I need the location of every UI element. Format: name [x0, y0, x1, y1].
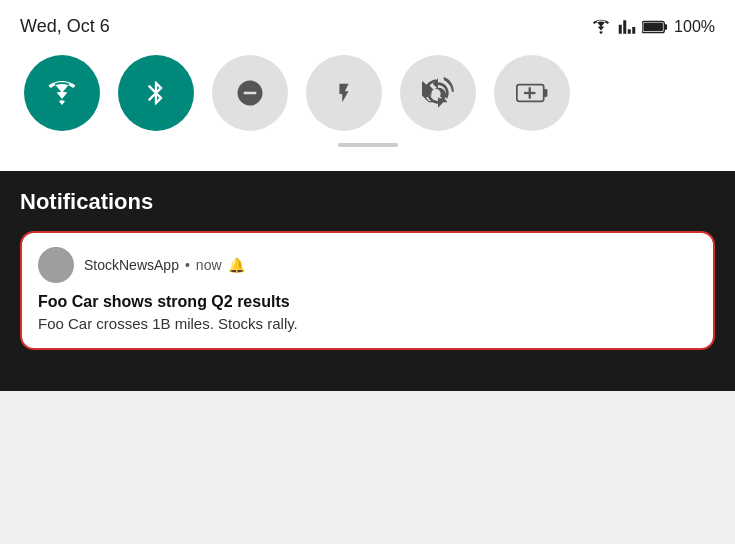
- notifications-title: Notifications: [20, 189, 715, 215]
- autorotate-toggle-icon: [422, 77, 454, 109]
- signal-icon: [618, 18, 636, 36]
- battery-saver-toggle-button[interactable]: [494, 55, 570, 131]
- dnd-toggle-icon: [235, 78, 265, 108]
- battery-saver-toggle-icon: [516, 79, 548, 107]
- flashlight-toggle-button[interactable]: [306, 55, 382, 131]
- notification-title: Foo Car shows strong Q2 results: [38, 293, 697, 311]
- quick-toggles: [20, 55, 715, 131]
- bell-icon: 🔔: [228, 257, 245, 273]
- status-date: Wed, Oct 6: [20, 16, 110, 37]
- status-icons: 100%: [590, 18, 715, 36]
- top-panel: Wed, Oct 6 100%: [0, 0, 735, 171]
- notification-dot: •: [185, 257, 190, 273]
- wifi-toggle-icon: [44, 78, 80, 108]
- drag-handle: [20, 131, 715, 151]
- status-bar: Wed, Oct 6 100%: [20, 16, 715, 37]
- app-name: StockNewsApp: [84, 257, 179, 273]
- flashlight-toggle-icon: [333, 77, 355, 109]
- battery-icon: [642, 18, 668, 36]
- notification-card[interactable]: StockNewsApp • now 🔔 Foo Car shows stron…: [20, 231, 715, 350]
- dnd-toggle-button[interactable]: [212, 55, 288, 131]
- drag-handle-bar: [338, 143, 398, 147]
- notifications-section: Notifications StockNewsApp • now 🔔 Foo C…: [0, 171, 735, 391]
- notification-meta: StockNewsApp • now 🔔: [84, 257, 245, 273]
- notification-header: StockNewsApp • now 🔔: [38, 247, 697, 283]
- notification-body: Foo Car crosses 1B miles. Stocks rally.: [38, 315, 697, 332]
- notification-time: now: [196, 257, 222, 273]
- wifi-icon: [590, 18, 612, 36]
- svg-rect-1: [664, 24, 667, 30]
- app-icon: [38, 247, 74, 283]
- svg-rect-4: [544, 89, 547, 97]
- wifi-toggle-button[interactable]: [24, 55, 100, 131]
- battery-percentage: 100%: [674, 18, 715, 36]
- bluetooth-toggle-button[interactable]: [118, 55, 194, 131]
- svg-rect-2: [643, 22, 663, 30]
- autorotate-toggle-button[interactable]: [400, 55, 476, 131]
- bluetooth-toggle-icon: [142, 76, 170, 110]
